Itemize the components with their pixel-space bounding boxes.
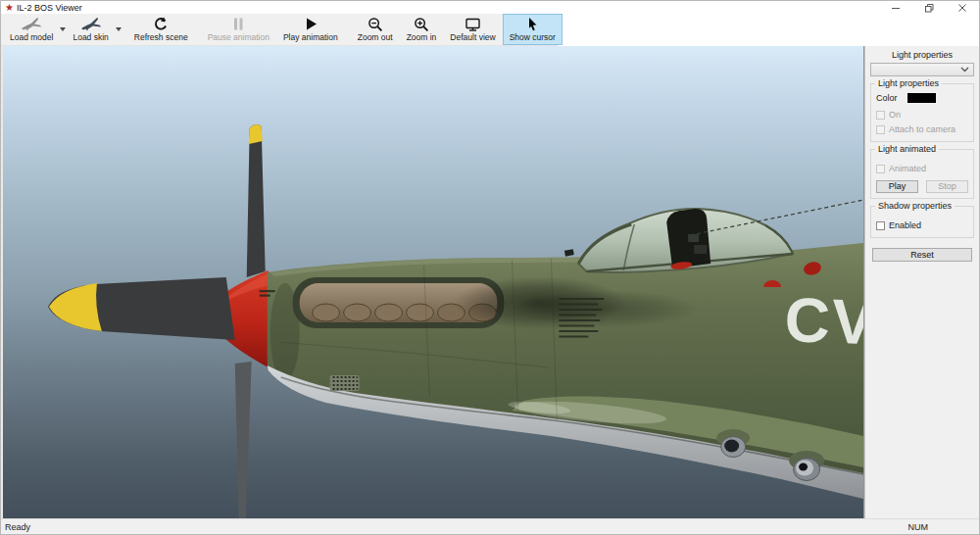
group-label: Shadow properties xyxy=(875,201,955,212)
minimize-icon xyxy=(891,3,901,13)
show-cursor-label: Show cursor xyxy=(510,32,556,42)
shadow-enabled-label: Enabled xyxy=(889,220,921,230)
refresh-scene-button[interactable]: Refresh scene xyxy=(127,14,195,45)
toolbar-row: Load model Load skin Refresh scene xyxy=(1,14,979,46)
load-skin-label: Load skin xyxy=(73,32,108,42)
maximize-button[interactable] xyxy=(912,1,946,14)
on-label: On xyxy=(889,110,901,120)
fuselage-code-marking: CV xyxy=(784,284,863,358)
checkbox-icon xyxy=(876,165,885,173)
close-icon xyxy=(957,3,967,13)
shadow-properties-group: Shadow properties Enabled xyxy=(870,206,974,238)
render-viewport[interactable]: CV xyxy=(3,46,864,520)
restore-icon xyxy=(924,3,934,13)
animated-checkbox[interactable]: Animated xyxy=(876,164,968,173)
play-animation-label: Play animation xyxy=(283,32,338,42)
load-model-label: Load model xyxy=(10,32,53,42)
main-area: CV Light properties xyxy=(1,46,979,518)
color-label: Color xyxy=(876,93,907,103)
chevron-down-icon xyxy=(960,67,969,73)
animated-label: Animated xyxy=(889,164,926,173)
close-button[interactable] xyxy=(946,1,979,14)
checkbox-icon xyxy=(876,125,885,134)
light-select-combobox[interactable] xyxy=(870,63,974,76)
airplane-icon xyxy=(21,16,42,32)
stop-button[interactable]: Stop xyxy=(926,180,968,193)
pilot-headrest xyxy=(666,209,710,268)
exhaust-soot-stain xyxy=(512,290,698,327)
checkbox-icon xyxy=(876,111,885,120)
load-skin-button[interactable]: Load skin xyxy=(66,14,115,45)
attach-to-camera-checkbox[interactable]: Attach to camera xyxy=(876,124,968,134)
zoom-in-button[interactable]: Zoom in xyxy=(400,14,444,45)
checkbox-icon xyxy=(876,221,885,230)
load-model-button[interactable]: Load model xyxy=(3,14,60,45)
app-window: ★ IL-2 BOS Viewer Load model xyxy=(0,0,980,535)
chevron-down-icon xyxy=(116,27,122,31)
minimize-button[interactable] xyxy=(879,1,912,14)
panel-title: Light properties xyxy=(865,49,979,62)
magnifier-plus-icon xyxy=(414,16,429,32)
show-cursor-button[interactable]: Show cursor xyxy=(503,14,563,45)
cursor-arrow-icon xyxy=(525,16,539,32)
status-text: Ready xyxy=(5,522,30,532)
load-skin-dropdown[interactable] xyxy=(116,14,122,45)
num-lock-indicator: NUM xyxy=(908,522,929,532)
zoom-out-button[interactable]: Zoom out xyxy=(351,14,400,45)
reset-button[interactable]: Reset xyxy=(872,248,972,262)
light-properties-panel: Light properties Light properties Color … xyxy=(864,46,979,518)
vent-grille xyxy=(330,375,360,391)
pause-animation-button[interactable]: Pause animation xyxy=(201,14,276,45)
light-properties-group: Light properties Color On Attach to came… xyxy=(870,83,974,142)
zoom-in-label: Zoom in xyxy=(407,32,437,42)
aircraft-3d-scene: CV xyxy=(3,46,863,520)
zoom-out-label: Zoom out xyxy=(358,32,393,42)
play-animation-button[interactable]: Play animation xyxy=(276,14,345,45)
titlebar: ★ IL-2 BOS Viewer xyxy=(1,1,979,14)
window-title: IL-2 BOS Viewer xyxy=(17,3,879,13)
toolbar: Load model Load skin Refresh scene xyxy=(1,14,558,46)
magnifier-minus-icon xyxy=(368,16,383,32)
group-label: Light animated xyxy=(875,144,939,155)
pause-animation-label: Pause animation xyxy=(208,32,270,42)
refresh-icon xyxy=(153,16,169,32)
default-view-button[interactable]: Default view xyxy=(443,14,502,45)
status-bar: Ready NUM xyxy=(1,518,979,534)
play-button[interactable]: Play xyxy=(876,180,918,193)
attach-to-camera-label: Attach to camera xyxy=(889,124,956,134)
play-icon xyxy=(304,16,318,32)
group-label: Light properties xyxy=(875,78,942,89)
default-view-label: Default view xyxy=(450,32,495,42)
monitor-icon xyxy=(465,16,481,32)
shadow-enabled-checkbox[interactable]: Enabled xyxy=(876,220,968,230)
color-swatch[interactable] xyxy=(907,93,936,103)
pause-icon xyxy=(231,16,245,32)
light-animated-group: Light animated Animated Play Stop xyxy=(870,149,974,199)
on-checkbox[interactable]: On xyxy=(876,110,968,120)
refresh-scene-label: Refresh scene xyxy=(134,32,188,42)
airplane-dark-icon xyxy=(80,16,102,32)
red-star-icon: ★ xyxy=(5,3,14,13)
